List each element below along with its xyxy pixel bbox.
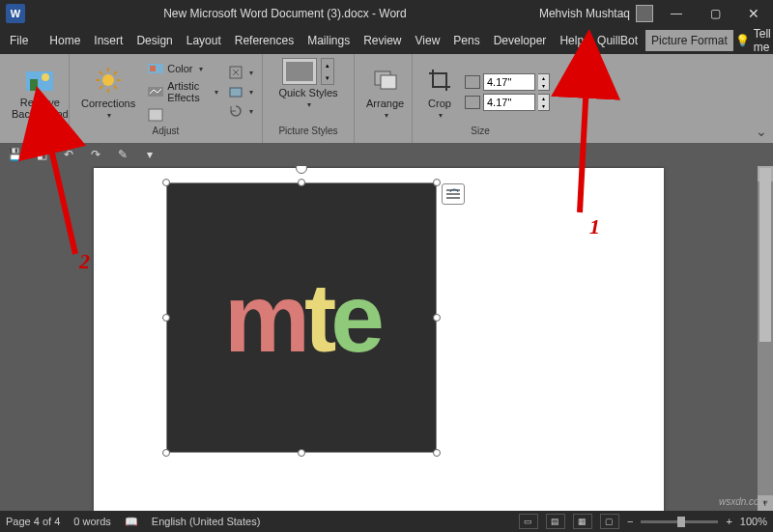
resize-handle-ml[interactable]	[162, 314, 170, 322]
focus-mode-button[interactable]: ▭	[519, 514, 538, 529]
vertical-scrollbar[interactable]: ▲ ▼	[758, 166, 773, 511]
resize-handle-bl[interactable]	[162, 449, 170, 457]
artistic-icon	[148, 84, 163, 99]
remove-background-label: Remove Background	[12, 97, 69, 120]
layout-options-icon	[445, 187, 461, 201]
svg-rect-1	[30, 79, 38, 91]
rotate-handle[interactable]	[296, 166, 307, 174]
quick-access-toolbar: 💾 ◧ ↶ ↷ ✎ ▾	[0, 143, 773, 166]
qat-more-button[interactable]: ▾	[141, 146, 158, 163]
svg-line-8	[100, 71, 102, 74]
reset-picture-button[interactable]	[225, 102, 256, 120]
maximize-button[interactable]: ▢	[696, 0, 734, 27]
status-bar: Page 4 of 4 0 words 📖 English (United St…	[0, 511, 773, 532]
tab-help[interactable]: Help	[554, 30, 589, 51]
resize-handle-tr[interactable]	[433, 179, 441, 186]
artistic-effects-button[interactable]: Artistic Effects	[145, 79, 221, 104]
resize-handle-mr[interactable]	[433, 314, 441, 322]
tab-review[interactable]: Review	[358, 30, 407, 51]
height-spinner[interactable]: ▴▾	[538, 73, 550, 91]
transparency-icon	[148, 107, 163, 123]
title-bar: W New Microsoft Word Document (3).docx -…	[0, 0, 773, 27]
size-group-label: Size	[413, 126, 548, 143]
user-name[interactable]: Mehvish Mushtaq	[539, 7, 630, 20]
layout-options-button[interactable]	[442, 183, 465, 205]
tab-insert[interactable]: Insert	[88, 30, 129, 51]
change-picture-button[interactable]	[225, 83, 256, 100]
tab-mailings[interactable]: Mailings	[301, 30, 356, 51]
user-avatar[interactable]	[636, 5, 653, 22]
tab-file[interactable]: File	[4, 30, 34, 51]
tab-references[interactable]: References	[229, 30, 300, 51]
more-styles-button[interactable]: ▴▾	[321, 58, 334, 85]
crop-icon	[424, 65, 455, 96]
annotation-label-2: 2	[79, 249, 90, 274]
touch-mode-button[interactable]: ✎	[114, 146, 131, 163]
tab-developer[interactable]: Developer	[488, 30, 553, 51]
qat-button-2[interactable]: ◧	[33, 146, 50, 163]
page[interactable]: mte	[94, 168, 664, 511]
change-picture-icon	[228, 84, 243, 99]
web-layout-button[interactable]: ▢	[600, 514, 619, 529]
app-icon: W	[6, 4, 25, 23]
tab-pens[interactable]: Pens	[447, 30, 485, 51]
redo-button[interactable]: ↷	[87, 146, 104, 163]
zoom-level[interactable]: 100%	[740, 516, 767, 527]
arrange-label: Arrange	[366, 98, 404, 109]
tell-me-search[interactable]: 💡 Tell me	[735, 27, 771, 54]
transparency-button[interactable]	[145, 106, 221, 124]
zoom-out-button[interactable]: −	[627, 516, 633, 527]
word-count[interactable]: 0 words	[73, 516, 111, 527]
compress-icon	[228, 65, 243, 80]
ribbon: Remove Background Corrections Color Arti…	[0, 54, 773, 143]
read-mode-button[interactable]: ▤	[546, 514, 565, 529]
tab-picture-format[interactable]: Picture Format	[645, 30, 733, 51]
crop-button[interactable]: Crop	[418, 63, 461, 122]
resize-handle-br[interactable]	[433, 449, 441, 457]
width-icon	[465, 96, 480, 109]
svg-line-9	[114, 86, 117, 89]
svg-line-11	[114, 71, 117, 74]
undo-button[interactable]: ↶	[60, 146, 77, 163]
selected-image[interactable]: mte	[166, 182, 437, 453]
tab-view[interactable]: View	[410, 30, 446, 51]
minimize-button[interactable]: —	[657, 0, 696, 27]
compress-pictures-button[interactable]	[225, 64, 256, 81]
zoom-in-button[interactable]: +	[726, 516, 731, 527]
tab-design[interactable]: Design	[130, 30, 178, 51]
scrollbar-thumb[interactable]	[759, 168, 771, 342]
color-button[interactable]: Color	[145, 60, 221, 77]
svg-point-3	[102, 74, 114, 86]
close-button[interactable]: ✕	[734, 0, 773, 27]
resize-handle-bm[interactable]	[298, 449, 305, 457]
height-input[interactable]: 4.17"	[483, 73, 535, 91]
remove-background-button[interactable]: Remove Background	[6, 62, 74, 122]
arrange-button[interactable]: Arrange	[360, 63, 410, 122]
adjust-group-label: Adjust	[70, 126, 262, 143]
picture-styles-group-label: Picture Styles	[263, 126, 354, 143]
language-indicator[interactable]: English (United States)	[152, 516, 261, 527]
svg-rect-13	[150, 66, 156, 71]
remove-background-icon	[24, 64, 55, 95]
picture-style-thumb[interactable]	[282, 58, 317, 85]
color-label: Color	[167, 63, 192, 74]
zoom-slider[interactable]	[641, 520, 718, 523]
reset-icon	[228, 103, 243, 119]
tab-layout[interactable]: Layout	[181, 30, 227, 51]
tell-me-label: Tell me	[754, 27, 771, 54]
document-area[interactable]: mte	[0, 166, 758, 511]
page-indicator[interactable]: Page 4 of 4	[6, 516, 60, 527]
print-layout-button[interactable]: ▦	[573, 514, 592, 529]
spell-check-icon[interactable]: 📖	[125, 516, 138, 528]
width-spinner[interactable]: ▴▾	[538, 94, 550, 111]
logo-letter-e: e	[330, 264, 379, 372]
quick-styles-button[interactable]: Quick Styles	[272, 87, 343, 111]
resize-handle-tm[interactable]	[298, 179, 305, 186]
tab-quillbot[interactable]: QuillBot	[591, 30, 644, 51]
corrections-button[interactable]: Corrections	[75, 63, 141, 122]
tab-home[interactable]: Home	[43, 30, 86, 51]
collapse-ribbon-button[interactable]: ⌄	[756, 124, 767, 139]
save-button[interactable]: 💾	[6, 146, 23, 163]
width-input[interactable]: 4.17"	[483, 94, 535, 111]
resize-handle-tl[interactable]	[162, 179, 170, 186]
